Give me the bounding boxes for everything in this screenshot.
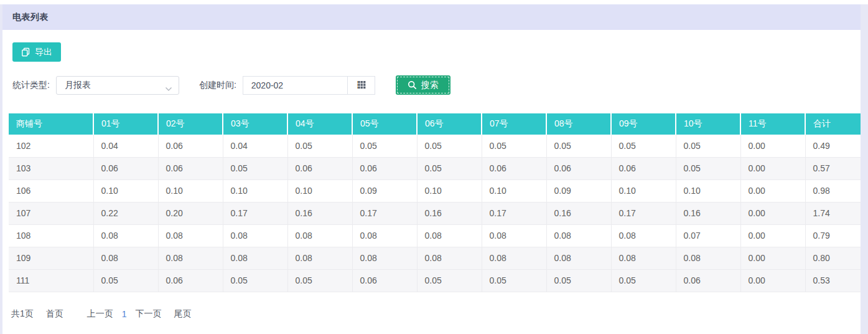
column-header: 02号 [158, 113, 223, 135]
value-cell: 0.10 [482, 179, 546, 202]
value-cell: 0.08 [482, 224, 546, 247]
value-cell: 0.17 [352, 202, 417, 224]
value-cell: 0.17 [611, 202, 676, 224]
value-cell: 0.05 [223, 157, 287, 179]
value-cell: 0.08 [158, 247, 223, 269]
value-cell: 0.06 [93, 157, 158, 179]
report-type-select[interactable]: 月报表 [56, 76, 179, 95]
pagination: 共1页 首页 上一页 1 下一页 尾页 [11, 308, 861, 320]
value-cell: 0.06 [676, 269, 740, 292]
column-header: 07号 [482, 113, 546, 135]
value-cell: 0.05 [287, 135, 352, 157]
calendar-grid-icon [356, 80, 366, 90]
value-cell: 0.08 [417, 224, 482, 247]
value-cell: 0.10 [611, 179, 676, 202]
value-cell: 0.05 [352, 135, 417, 157]
value-cell: 0.06 [352, 157, 417, 179]
value-cell: 0.00 [740, 157, 805, 179]
value-cell: 0.00 [740, 224, 805, 247]
pagination-prev[interactable]: 上一页 [87, 308, 113, 320]
meter-table: 商铺号01号02号03号04号05号06号07号08号09号10号11号合计 1… [9, 113, 861, 292]
create-time-label: 创建时间: [199, 80, 236, 91]
value-cell: 0.04 [223, 135, 287, 157]
value-cell: 0.06 [546, 157, 611, 179]
calendar-button[interactable] [347, 77, 375, 94]
value-cell: 0.05 [611, 269, 676, 292]
value-cell: 0.17 [223, 202, 287, 224]
table-row: 1030.060.060.050.060.060.050.060.060.060… [9, 157, 861, 179]
value-cell: 0.09 [546, 179, 611, 202]
create-time-field [243, 76, 375, 95]
value-cell: 0.08 [223, 224, 287, 247]
column-header: 04号 [287, 113, 352, 135]
table-container: 商铺号01号02号03号04号05号06号07号08号09号10号11号合计 1… [9, 113, 861, 292]
shop-number-cell: 108 [9, 224, 93, 247]
value-cell: 0.10 [287, 179, 352, 202]
value-cell: 0.00 [740, 135, 805, 157]
pagination-last[interactable]: 尾页 [174, 308, 192, 320]
value-cell: 0.17 [482, 202, 546, 224]
value-cell: 0.05 [417, 135, 482, 157]
value-cell: 0.10 [93, 179, 158, 202]
value-cell: 0.06 [611, 157, 676, 179]
value-cell: 0.06 [158, 135, 223, 157]
value-cell: 0.08 [223, 247, 287, 269]
value-cell: 0.08 [287, 247, 352, 269]
value-cell: 0.05 [546, 269, 611, 292]
value-cell: 0.49 [805, 135, 861, 157]
pagination-current-page[interactable]: 1 [122, 309, 127, 319]
shop-number-cell: 107 [9, 202, 93, 224]
value-cell: 0.10 [223, 179, 287, 202]
column-header: 05号 [352, 113, 417, 135]
value-cell: 0.08 [611, 224, 676, 247]
filter-row: 统计类型: 月报表 创建时间: [12, 75, 861, 95]
shop-number-cell: 109 [9, 247, 93, 269]
value-cell: 0.05 [417, 157, 482, 179]
report-type-selected-value: 月报表 [65, 80, 91, 91]
table-header-row: 商铺号01号02号03号04号05号06号07号08号09号10号11号合计 [9, 113, 861, 135]
search-button[interactable]: 搜索 [396, 75, 450, 95]
export-copy-icon [21, 47, 30, 57]
column-header: 合计 [805, 113, 861, 135]
value-cell: 0.98 [805, 179, 861, 202]
column-header: 01号 [93, 113, 158, 135]
value-cell: 0.00 [740, 269, 805, 292]
value-cell: 0.07 [676, 224, 740, 247]
value-cell: 0.00 [740, 179, 805, 202]
column-header: 09号 [611, 113, 676, 135]
export-button-label: 导出 [35, 47, 52, 58]
column-header: 08号 [546, 113, 611, 135]
value-cell: 0.05 [676, 157, 740, 179]
export-button[interactable]: 导出 [12, 42, 61, 62]
report-type-label: 统计类型: [12, 80, 50, 91]
create-time-input[interactable] [243, 77, 347, 94]
value-cell: 0.05 [223, 269, 287, 292]
chevron-down-icon [165, 83, 172, 94]
value-cell: 0.08 [546, 247, 611, 269]
value-cell: 0.05 [482, 269, 546, 292]
table-row: 1080.080.080.080.080.080.080.080.080.080… [9, 224, 861, 247]
column-header: 11号 [740, 113, 805, 135]
column-header: 06号 [417, 113, 482, 135]
value-cell: 0.06 [158, 157, 223, 179]
table-row: 1020.040.060.040.050.050.050.050.050.050… [9, 135, 861, 157]
value-cell: 0.08 [676, 247, 740, 269]
value-cell: 0.06 [352, 269, 417, 292]
value-cell: 0.08 [158, 224, 223, 247]
value-cell: 0.79 [805, 224, 861, 247]
value-cell: 0.10 [417, 179, 482, 202]
panel-header: 电表列表 [2, 4, 861, 30]
column-header: 03号 [223, 113, 287, 135]
pagination-total: 共1页 [11, 308, 34, 320]
pagination-first[interactable]: 首页 [46, 308, 63, 320]
value-cell: 0.09 [352, 179, 417, 202]
meter-list-panel: 电表列表 导出 统计类型: 月报表 [2, 4, 861, 334]
value-cell: 1.74 [805, 202, 861, 224]
table-row: 1060.100.100.100.100.090.100.100.090.100… [9, 179, 861, 202]
value-cell: 0.04 [93, 135, 158, 157]
pagination-next[interactable]: 下一页 [136, 308, 162, 320]
value-cell: 0.06 [287, 157, 352, 179]
value-cell: 0.00 [740, 202, 805, 224]
value-cell: 0.08 [352, 247, 417, 269]
page-title: 电表列表 [12, 12, 49, 23]
